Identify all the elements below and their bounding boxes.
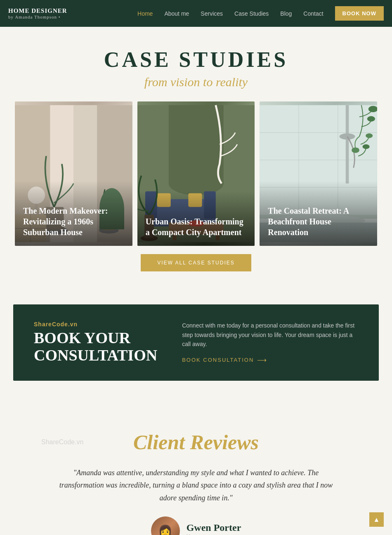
card-1-title: The Modern Makeover: Revitalizing a 1960… xyxy=(23,205,124,238)
reviews-watermark: ShareCode.vn xyxy=(41,438,83,446)
nav-home[interactable]: Home xyxy=(137,10,153,17)
review-quote: "Amanda was attentive, understanding my … xyxy=(56,467,336,504)
scroll-top-icon: ▲ xyxy=(373,516,380,523)
logo-title: HOME DESIGNER xyxy=(8,7,67,14)
reviewer-info: Gwen Porter Home owner xyxy=(187,522,241,535)
case-study-card-3[interactable]: The Coastal Retreat: A Beachfront House … xyxy=(260,101,377,246)
card-3-overlay: The Coastal Retreat: A Beachfront House … xyxy=(260,181,377,246)
case-studies-section: CASE STUDIES from vision to reality xyxy=(0,27,392,304)
logo-subtitle: by Amanda Thompson • xyxy=(8,14,67,20)
nav-services[interactable]: Services xyxy=(201,10,223,17)
reviews-section: ShareCode.vn Client Reviews "Amanda was … xyxy=(0,405,392,535)
banner-left: ShareCode.vn BOOK YOUR CONSULTATION xyxy=(34,321,157,364)
reviewer-name: Gwen Porter xyxy=(187,522,241,533)
banner-heading-line1: BOOK YOUR xyxy=(34,329,130,346)
main-nav: Home About me Services Case Studies Blog… xyxy=(137,6,384,21)
consultation-wrapper: ShareCode.vn BOOK YOUR CONSULTATION Conn… xyxy=(0,304,392,405)
consultation-banner: ShareCode.vn BOOK YOUR CONSULTATION Conn… xyxy=(13,304,379,381)
view-all-button[interactable]: VIEW ALL CASE STUDIES xyxy=(141,254,251,271)
cards-grid: The Modern Makeover: Revitalizing a 1960… xyxy=(15,101,377,246)
case-study-card-2[interactable]: Urban Oasis: Transforming a Compact City… xyxy=(137,101,255,246)
reviewer: 👩 Gwen Porter Home owner xyxy=(8,516,384,535)
logo: HOME DESIGNER by Amanda Thompson • xyxy=(8,7,67,20)
nav-about[interactable]: About me xyxy=(164,10,189,17)
case-study-card-1[interactable]: The Modern Makeover: Revitalizing a 1960… xyxy=(15,101,132,246)
view-all-wrapper: VIEW ALL CASE STUDIES xyxy=(8,254,384,271)
nav-contact[interactable]: Contact xyxy=(303,10,323,17)
case-studies-subtitle: from vision to reality xyxy=(8,75,384,89)
case-studies-title: CASE STUDIES xyxy=(8,47,384,72)
card-2-overlay: Urban Oasis: Transforming a Compact City… xyxy=(137,191,255,246)
reviewer-role: Home owner xyxy=(187,533,241,535)
avatar-emoji: 👩 xyxy=(158,524,172,535)
svg-rect-35 xyxy=(346,105,349,184)
nav-blog[interactable]: Blog xyxy=(280,10,292,17)
svg-point-41 xyxy=(363,144,370,149)
banner-body-text: Connect with me today for a personal con… xyxy=(182,321,358,349)
banner-heading-line2: CONSULTATION xyxy=(34,346,157,364)
card-1-overlay: The Modern Makeover: Revitalizing a 1960… xyxy=(15,181,132,246)
book-now-button[interactable]: BOOK NOW xyxy=(335,6,384,21)
card-3-title: The Coastal Retreat: A Beachfront House … xyxy=(268,205,369,238)
scroll-to-top-button[interactable]: ▲ xyxy=(369,512,384,527)
book-consultation-link[interactable]: BOOK CONSULTATION xyxy=(182,356,267,364)
reviewer-avatar: 👩 xyxy=(151,516,180,535)
sharecode-label: ShareCode.vn xyxy=(34,321,157,328)
header: HOME DESIGNER by Amanda Thompson • Home … xyxy=(0,0,392,27)
nav-case-studies[interactable]: Case Studies xyxy=(234,10,269,17)
svg-point-38 xyxy=(352,147,359,153)
svg-point-39 xyxy=(367,116,375,122)
card-2-title: Urban Oasis: Transforming a Compact City… xyxy=(146,216,247,238)
banner-right: Connect with me today for a personal con… xyxy=(182,321,358,364)
banner-heading: BOOK YOUR CONSULTATION xyxy=(34,330,157,364)
svg-point-40 xyxy=(366,133,373,138)
